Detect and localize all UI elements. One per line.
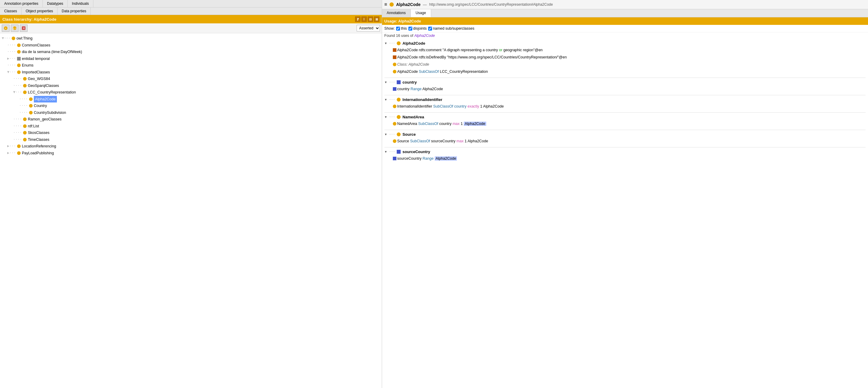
hamburger-icon[interactable]: ≡ xyxy=(384,2,387,7)
usage-section-header-country[interactable]: ▼ ··· country xyxy=(384,79,866,85)
remove-class-button[interactable]: ✕ xyxy=(20,25,28,32)
tree-node-Enums[interactable]: ···· Enums xyxy=(1,62,380,69)
usage-section-header-IntlId[interactable]: ▼ ··· InternationalIdentifier xyxy=(384,96,866,103)
tree-node-RamonGeoClasses[interactable]: ···· Ramon_geoClasses xyxy=(1,116,380,123)
usage-section-header-Alpha2Code[interactable]: ▼ ··· Alpha2Code xyxy=(384,40,866,47)
tree-label-GeoWGS84: Geo_WGS84 xyxy=(28,76,50,82)
tree-node-diaSemana[interactable]: ···· dia de la semana (time:DayOfWeek) xyxy=(1,49,380,55)
NamedArea-text: NamedArea SubClassOf country max 1 Alpha… xyxy=(397,121,486,127)
toolbar-row: + ↳+ ✕ Asserted Inferred xyxy=(0,23,382,33)
tree-node-GeoSparqlClasses[interactable]: ···· GeoSparqlClasses xyxy=(1,82,380,89)
class-hierarchy-header: Class hierarchy: Alpha2Code ⁋ I ⊟ ⊠ xyxy=(0,15,382,23)
tree-node-entidadTemporal[interactable]: ▶··· entidad temporal xyxy=(1,55,380,62)
sourceCountry-text: sourceCountry Range Alpha2Code xyxy=(397,155,457,161)
checkbox-this[interactable]: this xyxy=(396,26,407,31)
tree-node-owlThing[interactable]: ▼··· owl:Thing xyxy=(1,35,380,42)
icon-grid4[interactable]: ⊠ xyxy=(374,17,379,22)
tree-label-TimeClasses: TimeClasses xyxy=(28,136,50,143)
icon-grid1[interactable]: ⁋ xyxy=(355,17,361,22)
svg-text:↳+: ↳+ xyxy=(12,27,17,30)
asserted-select[interactable]: Asserted Inferred xyxy=(356,25,380,31)
sq-blue-country xyxy=(397,80,401,84)
tree-label-LocationReferencing: LocationReferencing xyxy=(22,143,56,150)
usage-section-NamedArea: ▼ ··· NamedArea NamedArea SubClassOf cou… xyxy=(384,114,866,127)
country-range-text: country Range Alpha2Code xyxy=(397,86,443,92)
tree-node-ImportedClasses[interactable]: ▼··· ImportedClasses xyxy=(1,69,380,76)
gold-dot-IntlId xyxy=(397,98,401,101)
usage-row-4: Alpha2Code SubClassOf LCC_CountryReprese… xyxy=(393,68,866,75)
divider-4 xyxy=(384,130,866,130)
divider-1 xyxy=(384,78,866,78)
section-title-sourceCountry: sourceCountry xyxy=(402,150,430,154)
divider-5 xyxy=(384,147,866,147)
tree-node-CommonClasses[interactable]: ···· CommonClasses xyxy=(1,42,380,49)
divider-2 xyxy=(384,95,866,95)
right-dash: — xyxy=(423,2,427,7)
usage-header: Usage: Alpha2Code xyxy=(382,18,868,25)
row1-text: Alpha2Code rdfs:comment "A digraph repre… xyxy=(397,47,543,53)
tab-object-properties[interactable]: Object properties xyxy=(22,7,58,15)
usage-section-header-Source[interactable]: ▼ ··· Source xyxy=(384,131,866,138)
add-subclass-button[interactable]: ↳+ xyxy=(11,25,19,32)
checkbox-named-input[interactable] xyxy=(428,27,432,31)
tab-individuals[interactable]: Individuals xyxy=(68,0,93,7)
asserted-dropdown: Asserted Inferred xyxy=(356,25,380,31)
usage-section-header-NamedArea[interactable]: ▼ ··· NamedArea xyxy=(384,114,866,120)
tree-node-SkosClasses[interactable]: ···· SkosClasses xyxy=(1,129,380,136)
tree-node-Alpha2Code[interactable]: ···· Alpha2Code xyxy=(1,96,380,103)
checkbox-named[interactable]: named sub/superclasses xyxy=(428,26,474,31)
usage-content[interactable]: ▼ ··· Alpha2Code Alpha2Code rdfs:comment… xyxy=(382,39,868,388)
found-text: Found 16 uses of Alpha2Code xyxy=(382,32,868,39)
usage-section-body-sourceCountry: sourceCountry Range Alpha2Code xyxy=(384,155,866,162)
tree-node-rdfList[interactable]: ···· rdf:List xyxy=(1,123,380,130)
tree-label-CountrySubdivision: CountrySubdivision xyxy=(34,109,66,116)
tab-usage[interactable]: Usage xyxy=(411,9,431,17)
checkbox-named-label: named sub/superclasses xyxy=(433,26,474,31)
tab-data-properties[interactable]: Data properties xyxy=(58,7,91,15)
sq-blue-icon-country xyxy=(393,87,396,91)
gold-dot-Source xyxy=(397,132,401,136)
tab-classes[interactable]: Classes xyxy=(0,7,22,15)
tab-datatypes[interactable]: Datatypes xyxy=(43,0,68,7)
checkbox-disjoints-label: disjoints xyxy=(413,26,427,31)
checkbox-disjoints-input[interactable] xyxy=(408,27,412,31)
section-title-IntlId: InternationalIdentifier xyxy=(402,97,442,102)
tab-annotations[interactable]: Annotations xyxy=(382,9,411,17)
tree-node-GeoWGS84[interactable]: ···· Geo_WGS84 xyxy=(1,76,380,82)
section-title-NamedArea: NamedArea xyxy=(402,115,424,119)
usage-section-IntlId: ▼ ··· InternationalIdentifier Internatio… xyxy=(384,96,866,110)
checkbox-this-input[interactable] xyxy=(396,27,400,31)
usage-row-Source: Source SubClassOf sourceCountry max 1 Al… xyxy=(393,138,866,145)
tree-label-PayLoadPublishing: PayLoadPublishing xyxy=(22,150,54,157)
tree-node-CountrySubdivision[interactable]: ···· CountrySubdivision xyxy=(1,109,380,116)
usage-section-country: ▼ ··· country country Range Alpha2Code xyxy=(384,79,866,93)
tree-node-PayLoadPublishing[interactable]: ▶··· PayLoadPublishing xyxy=(1,150,380,157)
tree-label-diaSemana: dia de la semana (time:DayOfWeek) xyxy=(22,49,82,55)
usage-section-Source: ▼ ··· Source Source SubClassOf sourceCou… xyxy=(384,131,866,145)
tree-label-LCCCountryRep: LCC_CountryRepresentation xyxy=(28,89,76,96)
tree-label-SkosClasses: SkosClasses xyxy=(28,129,50,136)
tree-node-Country[interactable]: ···· Country xyxy=(1,102,380,109)
Source-text: Source SubClassOf sourceCountry max 1 Al… xyxy=(397,138,488,144)
usage-section-header-sourceCountry[interactable]: ▼ ··· sourceCountry xyxy=(384,149,866,155)
svg-text:+: + xyxy=(5,26,7,30)
add-class-button[interactable]: + xyxy=(2,25,9,32)
usage-section-sourceCountry: ▼ ··· sourceCountry sourceCountry Range … xyxy=(384,149,866,162)
icon-grid3[interactable]: ⊟ xyxy=(368,17,373,22)
checkbox-this-label: this xyxy=(401,26,407,31)
checkbox-disjoints[interactable]: disjoints xyxy=(408,26,427,31)
header-icons: ⁋ I ⊟ ⊠ xyxy=(355,17,379,22)
gold-dot-NamedArea xyxy=(397,115,401,119)
tree-node-LCCCountryRep[interactable]: ▼··· LCC_CountryRepresentation xyxy=(1,89,380,96)
tree-area[interactable]: ▼··· owl:Thing ···· CommonClasses ···· d… xyxy=(0,33,382,388)
found-class-name: Alpha2Code xyxy=(414,34,435,38)
tree-node-TimeClasses[interactable]: ···· TimeClasses xyxy=(1,136,380,143)
tree-node-LocationReferencing[interactable]: ▶··· LocationReferencing xyxy=(1,143,380,150)
icon-grid2[interactable]: I xyxy=(362,17,367,22)
usage-row-IntlId: InternationalIdentifier SubClassOf count… xyxy=(393,103,866,110)
IntlId-text: InternationalIdentifier SubClassOf count… xyxy=(397,103,504,109)
tab-annotation-properties[interactable]: Annotation properties xyxy=(0,0,43,7)
tree-label-rdfList: rdf:List xyxy=(28,123,39,130)
tree-label-owlThing: owl:Thing xyxy=(17,35,33,42)
tab-bar-second: Classes Object properties Data propertie… xyxy=(0,7,382,15)
